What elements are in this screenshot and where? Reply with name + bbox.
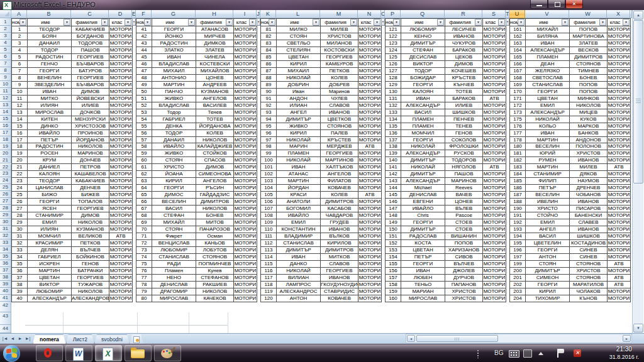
cell-surname[interactable]: ЙОРДАНОВА (196, 123, 234, 130)
cell-num[interactable]: 172 (510, 102, 526, 109)
cell-num[interactable]: 106 (261, 199, 277, 206)
cell-surname[interactable]: ТЕНЕВ (445, 123, 483, 130)
cell-name[interactable]: ПЕТЪР (28, 137, 72, 144)
cell-name[interactable]: ИВАН (277, 254, 321, 261)
header-cell-num[interactable]: ном▼ (510, 19, 526, 26)
row-header-13[interactable]: 13 (0, 102, 11, 109)
cell-name[interactable]: ИВАН (526, 40, 570, 47)
cell-class[interactable]: МОТОРИ (483, 247, 506, 254)
cell-name[interactable]: ТОДОР (28, 47, 72, 54)
cell-name[interactable]: АЛЕКСАНДЪР (401, 178, 445, 185)
cell-num[interactable]: 150 (386, 226, 401, 233)
cell-num[interactable]: 136 (386, 130, 401, 137)
cell-class[interactable]: МОТОРИ (234, 109, 257, 116)
cell-surname[interactable]: ЛЕСИЧЕВ (445, 26, 483, 33)
cell-name[interactable]: ДЕЛЯН (28, 247, 72, 254)
cell-class[interactable]: МОТОРИ (483, 199, 506, 206)
filter-dropdown-icon[interactable]: ▼ (518, 19, 525, 26)
cell-num[interactable]: 26 (12, 199, 28, 206)
row-header-35[interactable]: 35 (0, 253, 11, 260)
cell-num[interactable]: 37 (12, 275, 28, 282)
cell-name[interactable]: ВЕСЕЛИН (152, 199, 196, 206)
row-header-1[interactable]: 1 (0, 18, 11, 26)
scroll-down-button[interactable]: ▼ (633, 324, 643, 332)
cell-class[interactable]: МОТОРИ (109, 130, 133, 137)
cell-num[interactable]: 125 (386, 54, 401, 61)
cell-class[interactable]: МОТОРИ (483, 219, 506, 226)
cell-num[interactable]: 74 (136, 254, 152, 261)
cell-surname[interactable]: СТОЕВ (445, 226, 483, 233)
cell-surname[interactable]: КОЧЕШЕВ (445, 68, 483, 75)
cell-surname[interactable]: ФРОЛОШКИ (445, 143, 483, 150)
cell-name[interactable]: ЦВЕТАН (526, 96, 570, 102)
cell-surname[interactable]: МИЦЕВ (570, 109, 608, 116)
cell-name[interactable]: ЛЮБОМИР (401, 26, 445, 33)
cell-class[interactable]: МОТОРИ (358, 54, 382, 61)
cell-num[interactable]: 86 (261, 61, 277, 68)
cell-name[interactable]: СТОЙЧО (526, 212, 570, 219)
cell-num[interactable]: 91 (261, 96, 277, 102)
cell-num[interactable]: 194 (510, 233, 526, 240)
cell-class[interactable]: МОТОРИ (358, 47, 382, 54)
cell-num[interactable]: 49 (136, 82, 152, 89)
horizontal-scroll-thumb[interactable] (416, 335, 498, 342)
cell-num[interactable]: 76 (136, 268, 152, 275)
cell-name[interactable]: АНТОН (526, 254, 570, 261)
cell-surname[interactable]: БОНЕВ (196, 212, 234, 219)
cell-surname[interactable]: ТОТЕВ (445, 89, 483, 96)
cell-class[interactable]: МОТОРИ (483, 26, 506, 33)
filter-dropdown-icon[interactable]: ▼ (257, 18, 260, 26)
cell-surname[interactable]: ПОПОВ (570, 89, 608, 96)
cell-surname[interactable]: ЧИНЕЛА (196, 54, 234, 61)
cell-surname[interactable]: КЪНОВ (570, 295, 608, 302)
cell-name[interactable]: ХРИСТО (526, 206, 570, 212)
cell-class[interactable]: МОТОРИ (608, 288, 631, 295)
cell-class[interactable]: МОТОРИ (234, 178, 257, 185)
cell-name[interactable]: КЕНЧО (401, 33, 445, 40)
row-header-41[interactable]: 41 (0, 295, 11, 302)
cell-name[interactable]: ЗВЕЗДЕЛИН (28, 82, 72, 89)
cell-num[interactable]: 32 (12, 240, 28, 247)
cell-name[interactable]: ЖИВКО (152, 96, 196, 102)
cell-surname[interactable]: ДОНЧЕВ (72, 157, 109, 164)
cell-num[interactable]: 126 (386, 61, 401, 68)
cell-class[interactable]: МОТОРИ (234, 268, 257, 275)
cell-surname[interactable]: ИВАНОВ (321, 109, 358, 116)
cell-surname[interactable]: КЪНЧЕВ (445, 82, 483, 89)
row-header-34[interactable]: 34 (0, 246, 11, 253)
cell-class[interactable]: МОТОРИ (234, 247, 257, 254)
cell-num[interactable]: 56 (136, 130, 152, 137)
cell-num[interactable]: 146 (386, 199, 401, 206)
cell-surname[interactable]: КАБАКЧИЕВ (72, 26, 109, 33)
cell-class[interactable]: АТВ (608, 282, 631, 288)
row-header-17[interactable]: 17 (0, 129, 11, 136)
cell-name[interactable]: ЦАНИСЛАВ (28, 185, 72, 192)
cell-surname[interactable]: ДЯКОВ (570, 171, 608, 178)
row-header-21[interactable]: 21 (0, 157, 11, 164)
taskbar-paint-button[interactable] (154, 345, 181, 361)
cell-surname[interactable]: ЦВЕТКОВ (321, 116, 358, 123)
scroll-up-button[interactable]: ▲ (633, 11, 643, 19)
cell-name[interactable]: СТЕЛИЯН (277, 47, 321, 54)
cell-num[interactable]: 128 (386, 75, 401, 82)
cell-surname[interactable]: ТОТЕВ (196, 116, 234, 123)
cell-class[interactable]: МОТОРИ (358, 61, 382, 68)
cell-class[interactable]: МОТОРИ (109, 199, 133, 206)
row-header-25[interactable]: 25 (0, 184, 11, 191)
row-header-29[interactable]: 29 (0, 212, 11, 219)
cell-class[interactable]: МОТОРИ (358, 171, 382, 178)
cell-name[interactable]: КАЛОЯН (28, 171, 72, 178)
filter-dropdown-icon[interactable]: ▼ (437, 19, 444, 26)
cell-class[interactable]: МОТОРИ (109, 268, 133, 275)
scroll-left-button[interactable]: ◄ (407, 335, 415, 342)
cell-name[interactable]: МОМЧИЛ (401, 130, 445, 137)
cell-class[interactable]: МОТОРИ (608, 96, 631, 102)
cell-num[interactable]: 131 (386, 96, 401, 102)
cell-name[interactable]: ДИМИТЪР (401, 226, 445, 233)
cell-num[interactable]: 149 (386, 219, 401, 226)
vertical-scrollbar[interactable]: ▲ ▼ (632, 10, 643, 333)
cell-surname[interactable]: АНГЕЛОВ (321, 171, 358, 178)
cell-num[interactable]: 45 (136, 54, 152, 61)
cell-name[interactable]: ДИМИТЪР (401, 40, 445, 47)
cell-surname[interactable]: ВЕСКОВ (570, 47, 608, 54)
